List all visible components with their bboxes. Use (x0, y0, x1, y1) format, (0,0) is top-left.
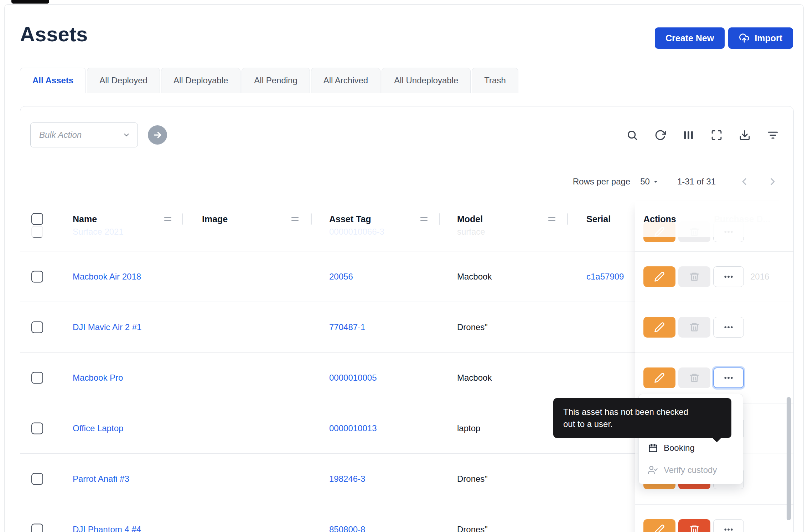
actions-column-header: Actions (635, 201, 793, 237)
asset-name-link[interactable]: Macbook Pro (73, 373, 123, 383)
column-resize-handle[interactable] (291, 217, 299, 221)
column-header-asset-tag[interactable]: Asset Tag (329, 214, 371, 224)
asset-model: laptop (457, 423, 480, 433)
asset-tag-link[interactable]: 20056 (329, 272, 353, 282)
tab-all-pending[interactable]: All Pending (242, 68, 310, 93)
column-resize-handle[interactable] (548, 217, 555, 221)
vertical-scrollbar-thumb[interactable] (787, 397, 791, 520)
tab-all-undeployable[interactable]: All Undeployable (382, 68, 471, 93)
asset-tag-link[interactable]: 850800-8 (329, 525, 365, 532)
column-header-model[interactable]: Model (457, 214, 483, 224)
more-actions-button-focused[interactable] (713, 367, 744, 388)
column-header-name[interactable]: Name (73, 214, 97, 224)
row-actions (643, 519, 744, 532)
column-header-image[interactable]: Image (202, 214, 228, 224)
column-resize-handle[interactable] (164, 217, 171, 221)
download-button[interactable] (739, 129, 751, 141)
ellipsis-icon (723, 271, 734, 282)
asset-name-link[interactable]: Macbook Air 2018 (73, 272, 141, 282)
create-new-label: Create New (665, 33, 714, 43)
asset-model: Drones" (457, 474, 488, 484)
pagination-range: 1-31 of 31 (677, 177, 716, 187)
asset-model: Drones" (457, 525, 488, 532)
trash-icon (689, 524, 700, 532)
rows-per-page-value: 50 (640, 177, 650, 187)
bulk-action-select[interactable]: Bulk Action (30, 122, 138, 147)
bulk-action-placeholder: Bulk Action (39, 130, 82, 140)
tab-all-deployed[interactable]: All Deployed (87, 68, 160, 93)
delete-asset-button[interactable] (678, 317, 710, 338)
user-check-icon (648, 465, 658, 475)
row-checkbox[interactable] (31, 422, 43, 434)
menu-item-verify-custody[interactable]: Verify custody (639, 459, 743, 481)
tab-all-deployable[interactable]: All Deployable (161, 68, 240, 93)
chevron-right-icon (767, 176, 778, 187)
asset-serial-link[interactable]: c1a57909 (586, 272, 635, 282)
chevron-down-icon (123, 131, 130, 139)
ellipsis-icon (723, 524, 734, 532)
column-resize-handle[interactable] (420, 217, 428, 221)
rows-per-page-select[interactable]: 50 (640, 177, 659, 187)
bulk-action-submit-button[interactable] (148, 125, 167, 145)
delete-asset-button[interactable] (678, 367, 710, 388)
more-actions-button[interactable] (713, 266, 744, 287)
import-button[interactable]: Import (728, 27, 793, 49)
asset-name-link[interactable]: DJI Phantom 4 #4 (73, 525, 141, 532)
filter-button[interactable] (767, 129, 779, 141)
row-checkbox[interactable] (31, 321, 43, 333)
fullscreen-button[interactable] (710, 129, 722, 141)
column-header-actions: Actions (643, 214, 676, 224)
edit-asset-button[interactable] (643, 367, 675, 388)
pencil-icon (654, 271, 665, 282)
asset-tag-link[interactable]: 0000010013 (329, 423, 377, 433)
column-divider (567, 213, 568, 225)
pencil-icon (654, 322, 665, 333)
tab-all-assets[interactable]: All Assets (20, 68, 86, 93)
create-new-button[interactable]: Create New (655, 27, 725, 49)
calendar-icon (648, 443, 658, 453)
table-toolbar (626, 129, 779, 141)
tooltip-line-1: This asset has not been checked (563, 406, 721, 418)
trash-icon (689, 372, 700, 383)
row-checkbox[interactable] (31, 524, 43, 532)
menu-item-label: Booking (664, 443, 695, 453)
pencil-icon (654, 372, 665, 383)
edit-asset-button[interactable] (643, 266, 675, 287)
delete-asset-button[interactable] (678, 519, 710, 532)
columns-button[interactable] (682, 129, 694, 141)
search-button[interactable] (626, 129, 638, 141)
row-checkbox[interactable] (31, 372, 43, 384)
more-actions-button[interactable] (713, 317, 744, 338)
more-actions-button[interactable] (713, 519, 744, 532)
asset-name-link[interactable]: DJI Mavic Air 2 #1 (73, 322, 141, 332)
cloud-upload-icon (739, 33, 750, 43)
arrow-right-icon (152, 130, 163, 140)
tab-trash[interactable]: Trash (472, 68, 518, 93)
column-header-serial[interactable]: Serial (586, 214, 611, 224)
delete-asset-button[interactable] (678, 266, 710, 287)
refresh-button[interactable] (654, 129, 666, 141)
asset-filter-tabs: All Assets All Deployed All Deployable A… (20, 68, 518, 93)
select-all-checkbox[interactable] (31, 213, 43, 225)
row-checkbox[interactable] (31, 473, 43, 485)
menu-item-booking[interactable]: Booking (639, 437, 743, 459)
header-actions: Create New Import (655, 27, 793, 49)
next-page-button[interactable] (766, 174, 780, 189)
asset-name-link[interactable]: Parrot Anafi #3 (73, 474, 129, 484)
caret-down-icon (653, 179, 659, 185)
filter-icon (767, 129, 779, 141)
edit-asset-button[interactable] (643, 317, 675, 338)
previous-page-button[interactable] (737, 174, 751, 189)
edit-asset-button[interactable] (643, 519, 675, 532)
row-checkbox[interactable] (31, 271, 43, 282)
fullscreen-icon (711, 129, 722, 141)
columns-icon (683, 129, 694, 141)
asset-model: Macbook (457, 373, 492, 383)
asset-name-link[interactable]: Office Laptop (73, 423, 123, 433)
tooltip-line-2: out to a user. (563, 418, 721, 430)
tab-all-archived[interactable]: All Archived (311, 68, 380, 93)
asset-tag-link[interactable]: 0000010005 (329, 373, 377, 383)
asset-tag-link[interactable]: 770487-1 (329, 322, 365, 332)
asset-tag-link[interactable]: 198246-3 (329, 474, 365, 484)
column-divider (439, 213, 440, 225)
